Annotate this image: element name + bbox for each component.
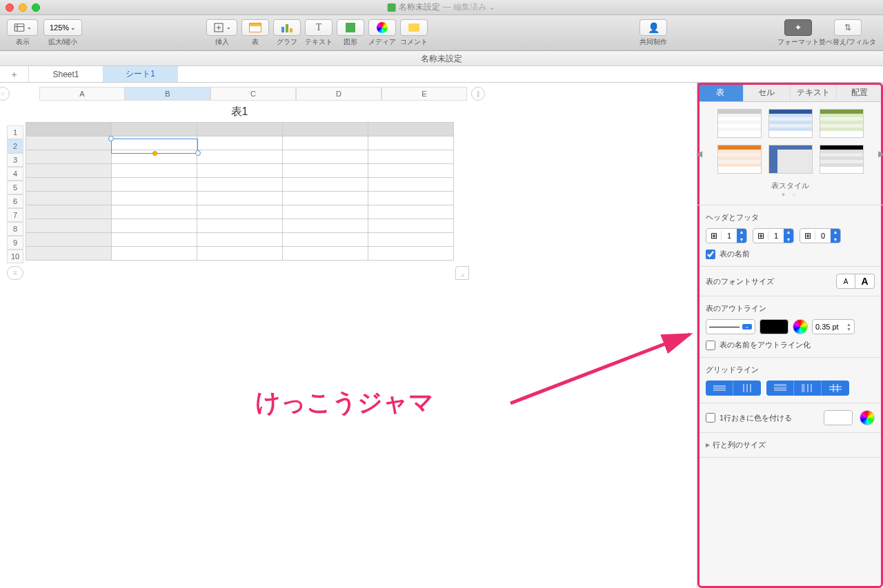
svg-rect-0 bbox=[14, 23, 24, 31]
selection-handle-br[interactable] bbox=[195, 150, 201, 156]
alternating-color-wheel[interactable] bbox=[860, 410, 875, 425]
footer-rows-stepper[interactable]: ⊞0▲▼ bbox=[800, 228, 841, 243]
minimize-window-button[interactable] bbox=[19, 3, 27, 12]
row-header-2[interactable]: 2 bbox=[7, 139, 23, 153]
window-title[interactable]: 名称未設定 — 編集済み ⌄ bbox=[388, 1, 496, 13]
resize-table-handle[interactable]: ⌟ bbox=[455, 266, 469, 280]
format-button[interactable]: ✦ bbox=[784, 19, 812, 36]
comment-button[interactable] bbox=[400, 19, 428, 36]
shape-button[interactable] bbox=[337, 19, 364, 36]
table-style-1[interactable] bbox=[717, 109, 762, 138]
alternating-rows-checkbox[interactable] bbox=[706, 413, 715, 423]
view-label: 表示 bbox=[16, 37, 30, 47]
style-prev-button[interactable]: ◀ bbox=[696, 149, 702, 159]
gridline-header-v-button[interactable] bbox=[794, 381, 822, 396]
sheet-tab-1[interactable]: シート1 bbox=[103, 66, 178, 82]
sheet-title-bar: 名称未設定 bbox=[0, 51, 883, 66]
outline-label: 表のアウトライン bbox=[706, 303, 875, 314]
row-col-size-disclosure[interactable]: 行と列のサイズ bbox=[706, 440, 875, 450]
inspector-tab-cell[interactable]: セル bbox=[744, 83, 790, 101]
close-window-button[interactable] bbox=[6, 3, 14, 12]
column-headers: A B C D E bbox=[39, 87, 467, 101]
gridline-all-button[interactable] bbox=[822, 381, 849, 396]
format-icon: ✦ bbox=[795, 23, 802, 32]
table-title[interactable]: 表1 bbox=[26, 105, 453, 119]
table-style-2[interactable] bbox=[768, 109, 813, 138]
font-size-smaller-button[interactable]: A bbox=[836, 274, 855, 289]
row-header-6[interactable]: 6 bbox=[7, 194, 23, 208]
col-header-d[interactable]: D bbox=[296, 87, 381, 101]
gridline-h-button[interactable] bbox=[706, 381, 733, 396]
selection-center-dot[interactable] bbox=[152, 151, 157, 156]
header-cols-stepper[interactable]: ⊞1▲▼ bbox=[753, 228, 794, 243]
insert-button[interactable]: ⌄ bbox=[206, 19, 237, 36]
table-style-3[interactable] bbox=[820, 109, 864, 138]
row-header-8[interactable]: 8 bbox=[7, 222, 23, 236]
chart-icon bbox=[281, 23, 292, 32]
row-header-4[interactable]: 4 bbox=[7, 167, 23, 181]
outline-color-swatch[interactable] bbox=[760, 319, 788, 334]
inspector-tab-table[interactable]: 表 bbox=[697, 83, 744, 101]
traffic-lights bbox=[6, 3, 40, 12]
row-header-1[interactable]: 1 bbox=[7, 125, 23, 139]
col-header-b[interactable]: B bbox=[125, 87, 210, 101]
selection-handle-tl[interactable] bbox=[108, 136, 114, 141]
add-sheet-button[interactable]: + bbox=[0, 66, 29, 82]
gridline-v-button[interactable] bbox=[733, 381, 761, 396]
text-button[interactable]: T bbox=[305, 19, 333, 36]
style-next-button[interactable]: ▶ bbox=[878, 149, 883, 159]
view-button[interactable]: ⌄ bbox=[7, 19, 38, 36]
row-header-10[interactable]: 10 bbox=[7, 250, 23, 263]
media-icon bbox=[377, 22, 388, 33]
chart-button[interactable] bbox=[273, 19, 301, 36]
row-header-5[interactable]: 5 bbox=[7, 181, 23, 194]
outline-name-checkbox[interactable] bbox=[706, 341, 715, 350]
header-rows-stepper[interactable]: ⊞1▲▼ bbox=[706, 228, 747, 243]
table-style-6[interactable] bbox=[820, 145, 864, 174]
comment-icon bbox=[408, 23, 419, 32]
outline-style-select[interactable]: ⌄ bbox=[706, 319, 755, 334]
row-header-3[interactable]: 3 bbox=[7, 153, 23, 167]
table-button[interactable] bbox=[241, 19, 269, 36]
col-header-e[interactable]: E bbox=[381, 87, 467, 101]
outline-width-input[interactable]: 0.35 pt▲▼ bbox=[812, 319, 855, 334]
gridline-header-h-button[interactable] bbox=[766, 381, 794, 396]
document-name: 名称未設定 bbox=[399, 1, 440, 13]
style-caption: 表スタイル bbox=[706, 181, 875, 191]
header-rows-icon: ⊞ bbox=[706, 231, 722, 241]
row-header-9[interactable]: 9 bbox=[7, 236, 23, 250]
document-icon bbox=[388, 3, 396, 12]
maximize-window-button[interactable] bbox=[32, 3, 40, 12]
table-icon bbox=[249, 23, 261, 32]
sort-filter-button[interactable]: ⇅ bbox=[834, 19, 862, 36]
inspector-tab-text[interactable]: テキスト bbox=[791, 83, 837, 101]
outline-name-label: 表の名前をアウトライン化 bbox=[720, 340, 811, 350]
add-row-handle[interactable]: = bbox=[7, 266, 23, 280]
add-column-handle[interactable]: ‖ bbox=[471, 87, 485, 101]
col-header-c[interactable]: C bbox=[210, 87, 296, 101]
style-page-dots[interactable]: ● ○ bbox=[706, 191, 875, 198]
sort-icon: ⇅ bbox=[844, 23, 851, 32]
collaborate-button[interactable]: 👤 bbox=[639, 19, 667, 36]
alternating-color-swatch[interactable] bbox=[824, 410, 853, 425]
row-header-7[interactable]: 7 bbox=[7, 208, 23, 222]
select-all-handle[interactable]: ○ bbox=[0, 87, 10, 101]
col-header-a[interactable]: A bbox=[39, 87, 125, 101]
zoom-select[interactable]: 125% bbox=[43, 19, 82, 36]
spreadsheet-canvas[interactable]: ○ A B C D E ‖ 表1 bbox=[0, 83, 697, 588]
inspector-tab-arrange[interactable]: 配置 bbox=[837, 83, 883, 101]
header-cols-icon: ⊞ bbox=[753, 231, 768, 241]
svg-rect-12 bbox=[774, 384, 786, 386]
font-size-larger-button[interactable]: A bbox=[855, 274, 875, 289]
table-style-4[interactable] bbox=[717, 145, 762, 174]
spreadsheet-table[interactable] bbox=[26, 122, 454, 261]
sheet-tab-0[interactable]: Sheet1 bbox=[29, 66, 103, 82]
toolbar: ⌄ 表示 125% 拡大/縮小 ⌄ 挿入 表 グラフ T テキスト 図形 bbox=[0, 15, 883, 51]
table-name-checkbox[interactable] bbox=[706, 250, 715, 259]
header-footer-label: ヘッダとフッタ bbox=[706, 212, 875, 223]
alternating-rows-label: 1行おきに色を付ける bbox=[720, 413, 792, 423]
outline-color-wheel[interactable] bbox=[793, 319, 808, 334]
table-style-5[interactable] bbox=[768, 145, 813, 174]
zoom-label: 拡大/縮小 bbox=[48, 37, 78, 47]
media-button[interactable] bbox=[368, 19, 396, 36]
